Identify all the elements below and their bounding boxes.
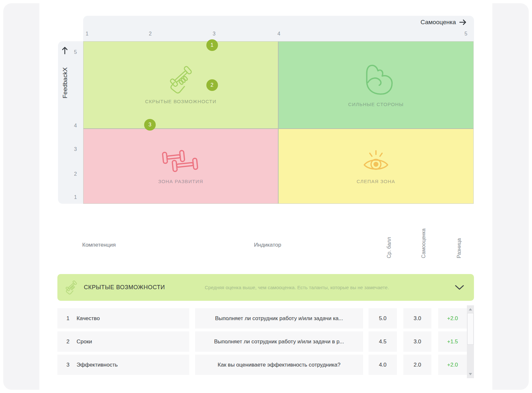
y-axis-label: FeedbackX [62, 67, 69, 98]
quadrant-strengths: СИЛЬНЫЕ СТОРОНЫ [279, 42, 474, 128]
scroll-down-arrow-icon[interactable] [469, 373, 472, 375]
y-axis-tick: 1 [74, 194, 77, 200]
difference-value: +1.5 [447, 339, 458, 345]
column-header-competence: Компетенция [82, 242, 116, 248]
avg-score-cell: 4.5 [369, 331, 397, 352]
data-point-marker[interactable]: 2 [206, 79, 218, 91]
indicator-cell[interactable]: Выполняет ли сотрудник работу и/или зада… [195, 308, 363, 329]
dumbbell-hand-icon [64, 280, 79, 295]
difference-cell: +2.0 [438, 308, 467, 329]
indicator-text: Выполняет ли сотрудник работу и/или зада… [215, 315, 343, 322]
group-header-hidden-opportunities[interactable]: СКРЫТЫЕ ВОЗМОЖНОСТИ Средняя оценка выше,… [57, 274, 474, 301]
scrollbar-thumb[interactable] [467, 313, 474, 345]
scroll-up-arrow-icon[interactable] [469, 308, 472, 310]
difference-value: +2.0 [447, 362, 458, 368]
x-axis-tick: 4 [278, 31, 281, 37]
x-axis-label: Самооценка [420, 19, 456, 26]
indicator-text: Как вы оцениваете эффективность сотрудни… [218, 362, 340, 368]
arrow-up-icon [61, 46, 68, 54]
column-header-indicator: Индикатор [195, 242, 340, 248]
avg-score: 4.5 [379, 339, 387, 345]
dumbbell-hand-icon [166, 66, 196, 94]
quadrant-label: СЛЕПАЯ ЗОНА [357, 179, 395, 184]
y-axis-tick: 5 [74, 49, 77, 55]
competence-name: Сроки [76, 339, 92, 345]
eye-icon [360, 148, 391, 174]
group-title: СКРЫТЫЕ ВОЗМОЖНОСТИ [84, 284, 176, 291]
difference-value: +2.0 [447, 315, 458, 322]
y-axis-tick: 3 [74, 146, 77, 152]
avg-score-cell: 5.0 [369, 308, 397, 329]
quadrant-matrix: СКРЫТЫЕ ВОЗМОЖНОСТИ СИЛЬНЫЕ СТОРОНЫ ЗОНА… [83, 41, 474, 204]
y-axis-tick: 4 [74, 123, 77, 129]
column-header-avg-score: Ср. балл [386, 237, 392, 258]
indicator-cell[interactable]: Выполняет ли сотрудник работу и/или зада… [195, 331, 363, 352]
x-axis-tick: 5 [465, 31, 468, 37]
quadrant-hidden-opportunities: СКРЫТЫЕ ВОЗМОЖНОСТИ [84, 42, 278, 128]
x-axis-tick: 3 [213, 31, 216, 37]
column-header-self-score: Самооценка [421, 229, 427, 258]
row-number: 1 [66, 315, 69, 322]
x-axis-tick: 2 [149, 31, 152, 37]
indicator-text: Выполняет ли сотрудник работу и/или зада… [214, 339, 344, 345]
self-score-cell: 3.0 [403, 331, 431, 352]
competence-name: Эффективность [76, 362, 118, 368]
quadrant-label: СИЛЬНЫЕ СТОРОНЫ [348, 102, 404, 107]
data-point-marker[interactable]: 1 [206, 39, 218, 51]
dumbbells-icon [161, 148, 201, 174]
self-score-cell: 3.0 [403, 308, 431, 329]
x-axis-title: Самооценка [389, 19, 467, 26]
self-score: 3.0 [414, 315, 421, 322]
avg-score-cell: 4.0 [369, 355, 397, 375]
self-score: 3.0 [414, 339, 421, 345]
row-number: 3 [66, 362, 69, 368]
quadrant-blind-zone: СЛЕПАЯ ЗОНА [279, 129, 474, 204]
competence-cell[interactable]: 3 Эффективность [57, 355, 189, 375]
quadrant-development-zone: ЗОНА РАЗВИТИЯ [84, 129, 278, 204]
difference-cell: +2.0 [438, 355, 467, 375]
column-header-difference: Разница [456, 238, 462, 258]
y-axis-tick: 2 [74, 171, 77, 177]
competence-cell[interactable]: 2 Сроки [57, 331, 189, 352]
y-axis-band [58, 41, 83, 204]
self-score: 2.0 [414, 362, 421, 368]
competence-cell[interactable]: 1 Качество [57, 308, 189, 329]
group-description: Средняя оценка выше, чем самооценка. Ест… [205, 285, 389, 290]
x-axis-tick: 1 [86, 31, 89, 37]
quadrant-label: ЗОНА РАЗВИТИЯ [158, 179, 203, 184]
quadrant-label: СКРЫТЫЕ ВОЗМОЖНОСТИ [145, 99, 216, 104]
avg-score: 5.0 [379, 315, 387, 322]
data-point-marker[interactable]: 3 [144, 119, 156, 131]
self-score-cell: 2.0 [403, 355, 431, 375]
competence-name: Качество [76, 315, 100, 322]
table-scrollbar[interactable] [467, 305, 474, 378]
indicator-cell[interactable]: Как вы оцениваете эффективность сотрудни… [195, 355, 363, 375]
difference-cell: +1.5 [438, 331, 467, 352]
arrow-right-icon [459, 19, 467, 25]
chevron-down-icon[interactable] [455, 285, 464, 290]
feedbackx-app: Самооценка 1 2 3 4 5 FeedbackX 5 4 3 2 1 [0, 0, 532, 393]
avg-score: 4.0 [379, 362, 387, 368]
row-number: 2 [66, 339, 69, 345]
bicep-icon [358, 63, 394, 97]
